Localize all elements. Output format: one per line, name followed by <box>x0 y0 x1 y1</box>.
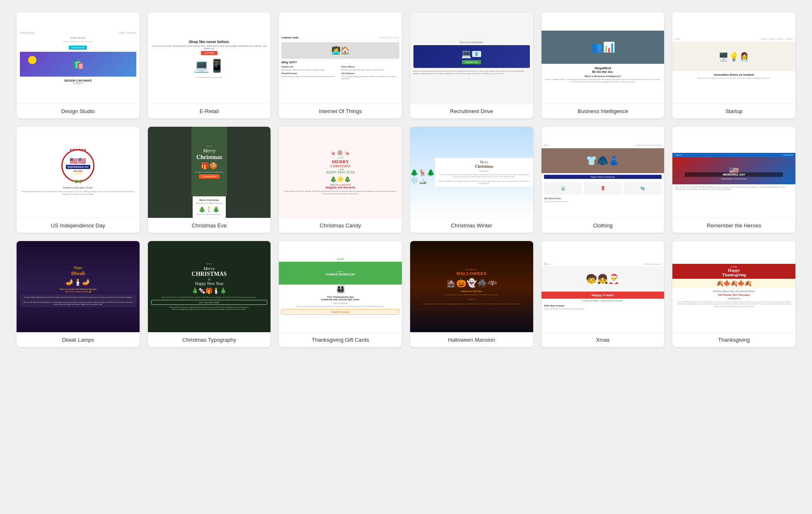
card-preview-startup: LOGO ABOUT CLIENTS PRICING CONTACT 🖥️💡👩‍… <box>672 12 795 104</box>
card-label-iot: Internet Of Things <box>279 104 402 118</box>
card-label-halloween: Halloween Mansion <box>410 332 533 347</box>
card-preview-thanksgiving: Lively HappyThanksgiving 🍂🍁🍂🍁🍂 Beautiful… <box>672 241 795 332</box>
card-label-startup: Startup <box>672 104 795 118</box>
card-halloween[interactable]: HAPPY HALLOWEEN 🏚️🎃👻🕷️🦇 Halloween Mansio… <box>410 241 533 347</box>
card-xmas-typo[interactable]: ✦ ✦ ✦ Merry CHRISTMAS & Happy New Year 🎄… <box>148 241 271 347</box>
card-memorial[interactable]: FORCE™ SOLUTIONS 🇺🇸 MEMORIAL DAY REMEMBE… <box>672 127 795 233</box>
card-thanksgiving[interactable]: Lively HappyThanksgiving 🍂🍁🍂🍁🍂 Beautiful… <box>672 241 795 347</box>
card-preview-xmas-eve: ✦ ✦ ✦ Merry Christmas 🎁🍪 Christmas is No… <box>148 127 271 218</box>
card-diwali[interactable]: Happy Diwali 🪔🕯️🪔 Time for crackers and … <box>17 241 140 347</box>
template-grid: Company Logo About Contact us Design wit… <box>17 12 795 347</box>
card-label-xmas-typo: Christmas Typography <box>148 332 271 347</box>
card-label-xmas-kids: Xmas <box>541 332 665 347</box>
card-label-recruitment: Recruitment Drive <box>410 104 533 118</box>
card-xmas-winter[interactable]: 🌲🦌🌲❄️🏔️ Merry Christmas Greetings! Chris… <box>410 127 533 233</box>
card-label-thanksgiving: Thanksgiving <box>672 332 795 347</box>
card-startup[interactable]: LOGO ABOUT CLIENTS PRICING CONTACT 🖥️💡👩‍… <box>672 12 795 118</box>
card-label-xmas-winter: Christmas Winter <box>410 218 533 233</box>
card-preview-iot: COMPANY NAME Home Products Contact 👩‍💻🏠 … <box>279 12 402 104</box>
card-label-e-retail: E-Retail <box>148 104 271 118</box>
card-preview-bi: 👥📊 MegaMindBI On the Go. What is Busines… <box>541 12 665 104</box>
card-bi[interactable]: 👥📊 MegaMindBI On the Go. What is Busines… <box>541 12 665 118</box>
card-preview-xmas-typo: ✦ ✦ ✦ Merry CHRISTMAS & Happy New Year 🎄… <box>148 241 271 332</box>
card-preview-memorial: FORCE™ SOLUTIONS 🇺🇸 MEMORIAL DAY REMEMBE… <box>672 127 795 218</box>
card-preview-recruitment: Name of the Organization 💻📧 Register Now… <box>410 12 533 104</box>
card-label-diwali: Diwali Lamps <box>17 332 140 347</box>
card-iot[interactable]: COMPANY NAME Home Products Contact 👩‍💻🏠 … <box>279 12 402 118</box>
card-preview-xmas-winter: 🌲🦌🌲❄️🏔️ Merry Christmas Greetings! Chris… <box>410 127 533 218</box>
card-label-design-studio: Design Studio <box>17 104 140 118</box>
card-label-bi: Business Intelligence <box>541 104 665 118</box>
card-preview-design-studio: Company Logo About Contact us Design wit… <box>17 12 140 104</box>
card-preview-independence: ★★★★★★ 🇺🇸🇺🇸 INDEPENDENCE DAY 4TH JULY ★★… <box>17 127 140 218</box>
card-xmas-kids[interactable]: 🎅 Greetz US Balance Newsletter ▾ 🧒👧🎅 Hap… <box>541 241 665 347</box>
card-label-xmas-candy: Christmas Candy <box>279 218 402 233</box>
card-preview-xmas-kids: 🎅 Greetz US Balance Newsletter ▾ 🧒👧🎅 Hap… <box>541 241 665 332</box>
card-label-memorial: Remember the Heroes <box>672 218 795 233</box>
card-preview-tg-gift: Jocular HAPPY THANKS GIVING DAY 👨‍👩‍👧‍👦 … <box>279 241 402 332</box>
card-label-tg-gift: Thanksgiving Gift Cards <box>279 332 402 347</box>
card-preview-xmas-candy: 🍬🍭🍬 ✦ ✦ ✦ MERRY CHRISTMAS ☃ ❅ ❆ HAPPY NE… <box>279 127 402 218</box>
card-label-independence: US Independence Day <box>17 218 140 233</box>
card-xmas-eve[interactable]: ✦ ✦ ✦ Merry Christmas 🎁🍪 Christmas is No… <box>148 127 271 233</box>
card-design-studio[interactable]: Company Logo About Contact us Design wit… <box>17 12 140 118</box>
card-recruitment[interactable]: Name of the Organization 💻📧 Register Now… <box>410 12 533 118</box>
card-preview-e-retail: Shop like never before. Love is the new … <box>148 12 271 104</box>
card-tg-gift[interactable]: Jocular HAPPY THANKS GIVING DAY 👨‍👩‍👧‍👦 … <box>279 241 402 347</box>
card-xmas-candy[interactable]: 🍬🍭🍬 ✦ ✦ ✦ MERRY CHRISTMAS ☃ ❅ ❆ HAPPY NE… <box>279 127 402 233</box>
card-label-xmas-eve: Christmas Eve <box>148 218 271 233</box>
card-clothing[interactable]: Belle ✦ The New Thanksgiving Clothing Da… <box>541 127 665 233</box>
card-preview-halloween: HAPPY HALLOWEEN 🏚️🎃👻🕷️🦇 Halloween Mansio… <box>410 241 533 332</box>
card-preview-diwali: Happy Diwali 🪔🕯️🪔 Time for crackers and … <box>17 241 140 332</box>
card-e-retail[interactable]: Shop like never before. Love is the new … <box>148 12 271 118</box>
card-preview-clothing: Belle ✦ The New Thanksgiving Clothing Da… <box>541 127 665 218</box>
card-label-clothing: Clothing <box>541 218 665 233</box>
card-independence[interactable]: ★★★★★★ 🇺🇸🇺🇸 INDEPENDENCE DAY 4TH JULY ★★… <box>17 127 140 233</box>
